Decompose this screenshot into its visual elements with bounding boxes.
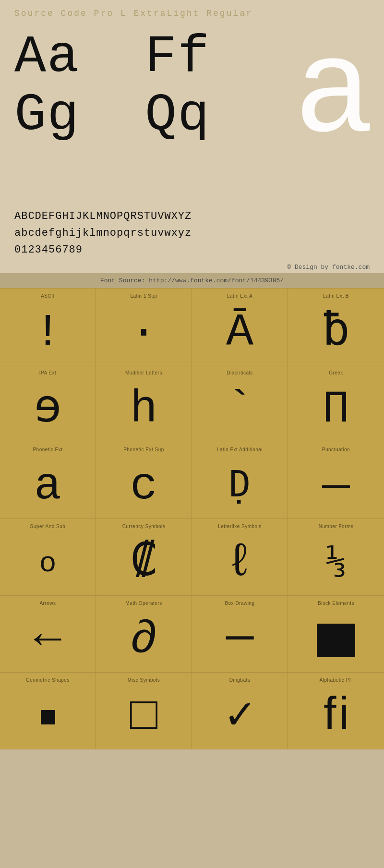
- cell-label-ipaext: IPA Ext: [0, 370, 96, 375]
- glyph-cell-miscsymbols: Misc Symbols □: [96, 673, 192, 749]
- cell-label-phoneticextsup: Phonetic Ext Sup: [96, 447, 192, 452]
- cell-label-geoshapes: Geometric Shapes: [0, 677, 96, 683]
- cell-glyph-phoneticext: a: [34, 459, 61, 515]
- glyph-cell-latinextb: Latin Ext B ƀ: [288, 289, 384, 365]
- cell-label-boxdraw: Box Drawing: [192, 601, 288, 606]
- cell-label-superandsub: Super And Sub: [0, 524, 96, 529]
- cell-glyph-blockelements: [317, 613, 355, 668]
- cell-glyph-latinextadd: Ḍ: [229, 459, 251, 515]
- cell-label-alphabeticpf: Alphabetic PF: [288, 677, 384, 683]
- cell-glyph-diacriticals: `: [226, 382, 253, 438]
- glyph-cell-boxdraw: Box Drawing ─: [192, 596, 288, 673]
- cell-glyph-numberforms: ⅓: [326, 536, 346, 591]
- cell-glyph-ipaext: ɘ: [34, 382, 61, 438]
- glyph-grid: ASCII ! Latin 1 Sup · Latin Ext A Ā Lati…: [0, 288, 384, 749]
- glyph-cell-ipaext: IPA Ext ɘ: [0, 365, 96, 442]
- cell-label-miscsymbols: Misc Symbols: [96, 677, 192, 683]
- glyph-cell-greek: Greek Π: [288, 365, 384, 442]
- cell-label-dingbats: Dingbats: [192, 677, 288, 683]
- glyph-cell-arrows: Arrows ←: [0, 596, 96, 673]
- copyright: © Design by fontke.com: [0, 261, 384, 273]
- cell-glyph-latinexta: Ā: [226, 305, 253, 361]
- cell-glyph-geoshapes: [41, 689, 55, 745]
- glyph-cell-ascii: ASCII !: [0, 289, 96, 365]
- glyph-cell-numberforms: Number Forms ⅓: [288, 519, 384, 596]
- glyph-cell-diacriticals: Diacriticals `: [192, 365, 288, 442]
- cell-label-mathop: Math Operators: [96, 601, 192, 606]
- glyph-cell-punctuation: Punctuation —: [288, 442, 384, 519]
- cell-label-latinexta: Latin Ext A: [192, 293, 288, 299]
- cell-glyph-miscsymbols: □: [130, 689, 157, 745]
- cell-glyph-currency: ₡: [130, 536, 157, 591]
- cell-glyph-phoneticextsup: c: [130, 459, 157, 515]
- glyph-cell-latinextadd: Latin Ext Additional Ḍ: [192, 442, 288, 519]
- glyph-cell-latinexta: Latin Ext A Ā: [192, 289, 288, 365]
- cell-glyph-punctuation: —: [322, 459, 349, 515]
- glyph-cell-mathop: Math Operators ∂: [96, 596, 192, 673]
- cell-label-latinextb: Latin Ext B: [288, 293, 384, 299]
- cell-glyph-dingbats: ✓: [226, 689, 253, 745]
- cell-label-latin1sup: Latin 1 Sup: [96, 293, 192, 299]
- cell-glyph-superandsub: o: [39, 536, 56, 591]
- glyph-cell-latin1sup: Latin 1 Sup ·: [96, 289, 192, 365]
- cell-glyph-greek: Π: [322, 382, 349, 438]
- big-overlay-letter: a: [294, 28, 374, 162]
- glyph-cell-letterlike: Letterlike Symbols ℓ: [192, 519, 288, 596]
- glyph-cell-phoneticext: Phonetic Ext a: [0, 442, 96, 519]
- cell-label-ascii: ASCII: [0, 293, 96, 299]
- uppercase-row: ABCDEFGHIJKLMNOPQRSTUVWXYZ abcdefghijklm…: [0, 201, 384, 261]
- cell-glyph-letterlike: ℓ: [226, 536, 253, 591]
- cell-label-letterlike: Letterlike Symbols: [192, 524, 288, 529]
- glyph-cell-currency: Currency Symbols ₡: [96, 519, 192, 596]
- glyph-cell-dingbats: Dingbats ✓: [192, 673, 288, 749]
- cell-label-diacriticals: Diacriticals: [192, 370, 288, 375]
- cell-glyph-mathop: ∂: [130, 613, 157, 668]
- cell-label-currency: Currency Symbols: [96, 524, 192, 529]
- cell-label-blockelements: Block Elements: [288, 601, 384, 606]
- cell-label-modletters: Modifier Letters: [96, 370, 192, 375]
- glyph-cell-blockelements: Block Elements: [288, 596, 384, 673]
- font-source-bar: Font Source: http://www.fontke.com/font/…: [0, 273, 384, 288]
- cell-glyph-latinextb: ƀ: [322, 305, 349, 361]
- cell-glyph-alphabeticpf: ﬁ: [322, 689, 349, 745]
- glyph-cell-alphabeticpf: Alphabetic PF ﬁ: [288, 673, 384, 749]
- specimen-area: a Aa Ff Gg Qq: [0, 23, 384, 201]
- top-section: Source Code Pro L ExtraLight Regular a A…: [0, 0, 384, 273]
- cell-label-latinextadd: Latin Ext Additional: [192, 447, 288, 452]
- glyph-cell-geoshapes: Geometric Shapes: [0, 673, 96, 749]
- glyph-grid-section: ASCII ! Latin 1 Sup · Latin Ext A Ā Lati…: [0, 288, 384, 749]
- glyph-cell-modletters: Modifier Letters h: [96, 365, 192, 442]
- glyph-cell-superandsub: Super And Sub o: [0, 519, 96, 596]
- cell-label-punctuation: Punctuation: [288, 447, 384, 452]
- cell-glyph-boxdraw: ─: [226, 613, 253, 668]
- cell-glyph-modletters: h: [130, 382, 157, 438]
- small-black-square-icon: [41, 710, 55, 724]
- cell-label-arrows: Arrows: [0, 601, 96, 606]
- glyph-cell-phoneticextsup: Phonetic Ext Sup c: [96, 442, 192, 519]
- cell-label-numberforms: Number Forms: [288, 524, 384, 529]
- cell-glyph-arrows: ←: [34, 613, 61, 668]
- cell-label-greek: Greek: [288, 370, 384, 375]
- cell-glyph-ascii: !: [34, 305, 61, 361]
- cell-label-phoneticext: Phonetic Ext: [0, 447, 96, 452]
- cell-glyph-latin1sup: ·: [130, 305, 157, 361]
- black-square-icon: [317, 624, 355, 657]
